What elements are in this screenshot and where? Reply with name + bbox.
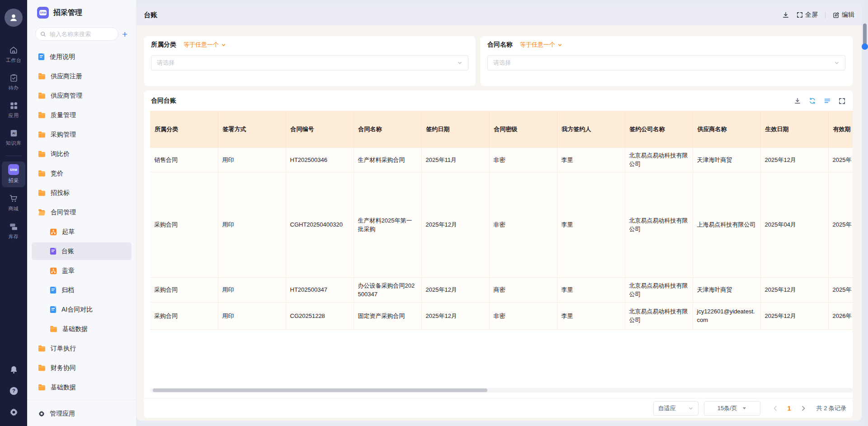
settings-gear-icon[interactable]	[9, 407, 19, 417]
rail-item-label: 工作台	[6, 57, 22, 64]
sidebar-item-purchase-manage[interactable]: 采购管理	[27, 125, 136, 144]
sidebar-item-label: 基础数据	[51, 383, 76, 392]
sidebar-item-archive[interactable]: 归档	[27, 280, 136, 300]
rail-item-srm[interactable]: SRM招采	[2, 161, 25, 187]
sidebar-item-finance-collab[interactable]: 财务协同	[27, 358, 136, 378]
sidebar-item-label: 使用说明	[50, 53, 75, 61]
fit-mode-select[interactable]: 自适应	[653, 401, 698, 416]
app-title: 招采管理	[53, 8, 82, 18]
chevron-down-icon	[557, 43, 562, 47]
search-input[interactable]	[49, 30, 113, 38]
doc-purple-icon	[50, 247, 57, 255]
table-cell: 用印	[218, 302, 286, 329]
table-cell: 采购合同	[150, 302, 218, 329]
table-cell: 用印	[218, 172, 286, 277]
vertical-scrollbar-thumb[interactable]	[863, 24, 867, 46]
add-button[interactable]: +	[122, 29, 127, 39]
column-header: 生效日期	[760, 111, 828, 148]
sidebar-item-ai-contract-compare[interactable]: AI合同对比	[27, 300, 136, 319]
doc-blue-icon	[50, 286, 57, 294]
sidebar-item-label: 订单执行	[51, 345, 76, 353]
srm-app-icon: SRM	[37, 7, 49, 19]
panel-body: 所属分类等于任意一个请选择合同名称等于任意一个请选择 合同台账	[137, 25, 862, 421]
caret-down-icon	[742, 406, 747, 411]
sidebar-item-supplier-manage[interactable]: 供应商管理	[27, 86, 136, 105]
rail-item-label: 应用	[9, 112, 19, 119]
table-cell: 采购合同	[150, 172, 218, 277]
sidebar-item-order-execution[interactable]: 订单执行	[27, 339, 136, 358]
sidebar-item-manage-apps[interactable]: 管理应用	[38, 406, 75, 421]
sidebar-item-bidding[interactable]: 竞价	[27, 164, 136, 183]
current-page-number[interactable]: 1	[788, 405, 791, 412]
search-box[interactable]	[35, 27, 118, 41]
sidebar-item-base-data[interactable]: 基础数据	[27, 378, 136, 397]
fullscreen-button[interactable]: 全屏	[797, 11, 818, 19]
table-row[interactable]: 采购合同用印CG20251228固定资产采购合同2025年12月非密李里北京易点…	[150, 302, 853, 329]
user-avatar[interactable]	[5, 9, 23, 27]
next-page-button[interactable]	[800, 405, 807, 412]
main-panel: 台账 全屏 编辑	[137, 5, 862, 421]
table-cell: 生产材料2025年第一批采购	[354, 172, 421, 277]
table-toolbar	[794, 97, 845, 104]
sidebar-item-ledger[interactable]: 台账	[27, 241, 136, 261]
rail-item-inventory[interactable]: 库存	[2, 219, 25, 243]
sidebar-item-inquiry-compare[interactable]: 询比价	[27, 144, 136, 164]
table-row[interactable]: 销售合同用印HT202500346生产材料采购合同2025年11月非密李里北京易…	[150, 148, 853, 172]
sidebar-item-quality-manage[interactable]: 质量管理	[27, 105, 136, 125]
sidebar-item-label: 招投标	[51, 189, 70, 197]
table-cell: 2025年11月	[421, 148, 489, 172]
edit-pencil-icon	[833, 12, 840, 19]
sidebar-item-label: 供应商注册	[51, 72, 82, 80]
sidebar-item-contract-manage[interactable]: 合同管理	[27, 203, 136, 222]
download-button[interactable]	[782, 11, 789, 19]
horizontal-scrollbar-thumb[interactable]	[153, 388, 487, 392]
rail-item-label: 商城	[9, 205, 19, 212]
rail-item-todo[interactable]: 待办	[2, 71, 25, 95]
sidebar-item-seal[interactable]: 盖章	[27, 261, 136, 280]
folder-icon	[38, 151, 46, 157]
rail-item-mall[interactable]: 商城	[2, 191, 25, 215]
table-header-row: 所属分类签署方式合同编号合同名称签约日期合同密级我方签约人签约公司名称供应商名称…	[150, 111, 853, 148]
help-icon[interactable]: ?	[9, 386, 19, 396]
table-row[interactable]: 采购合同用印CGHT20250400320生产材料2025年第一批采购2025年…	[150, 172, 853, 277]
sidebar-item-draft[interactable]: 起草	[27, 222, 136, 241]
table-cell: 2025年12月	[760, 148, 828, 172]
sidebar-item-usage-guide[interactable]: 使用说明	[27, 47, 136, 66]
table-download-icon[interactable]	[794, 97, 801, 104]
table-cell: 办公设备采购合同202500347	[354, 277, 421, 302]
scroll-drag-handle[interactable]	[862, 43, 868, 50]
table-refresh-icon[interactable]	[809, 97, 816, 104]
column-header: 所属分类	[150, 111, 218, 148]
column-header: 签署方式	[218, 111, 286, 148]
bell-icon[interactable]	[9, 365, 19, 374]
rail-item-apps[interactable]: 应用	[2, 99, 25, 122]
rail-item-workbench[interactable]: 工作台	[2, 43, 25, 67]
table-columns-menu-icon[interactable]	[824, 97, 831, 104]
sidebar-search-row: +	[35, 27, 132, 41]
filter-value-select[interactable]: 请选择	[151, 55, 468, 71]
table-cell: CGHT20250400320	[286, 172, 354, 277]
module-sidebar: SRM 招采管理 + 使用说明供应商注册供应商管理质量管理采购管理询比价竞价招投…	[27, 0, 137, 426]
folder-icon	[38, 92, 46, 99]
page-size-select[interactable]: 15条/页	[704, 401, 760, 416]
sidebar-item-tender[interactable]: 招投标	[27, 183, 136, 203]
filter-value-select[interactable]: 请选择	[487, 55, 845, 71]
sidebar-item-supplier-register[interactable]: 供应商注册	[27, 66, 136, 86]
doc-blue-icon	[38, 53, 45, 61]
table-row[interactable]: 采购合同用印HT202500347办公设备采购合同2025003472025年1…	[150, 277, 853, 302]
table-expand-icon[interactable]	[839, 98, 845, 104]
filter-operator[interactable]: 等于任意一个	[184, 41, 226, 49]
table-cell: 采购合同	[150, 277, 218, 302]
table-cell: 2026年	[828, 302, 853, 329]
rail-item-knowledge[interactable]: AI知识库	[2, 126, 25, 150]
sidebar-item-label: AI合同对比	[61, 306, 93, 314]
prev-page-button[interactable]	[772, 405, 778, 412]
search-icon	[40, 31, 46, 37]
sidebar-item-base-data-contract[interactable]: 基础数据	[27, 319, 136, 339]
edit-button[interactable]: 编辑	[833, 11, 854, 19]
select-placeholder: 请选择	[493, 59, 511, 67]
sidebar-item-label: 盖章	[62, 267, 75, 275]
vertical-scrollbar-track[interactable]	[862, 0, 868, 426]
sidebar-item-label: 台账	[61, 247, 74, 256]
filter-operator[interactable]: 等于任意一个	[520, 41, 562, 49]
